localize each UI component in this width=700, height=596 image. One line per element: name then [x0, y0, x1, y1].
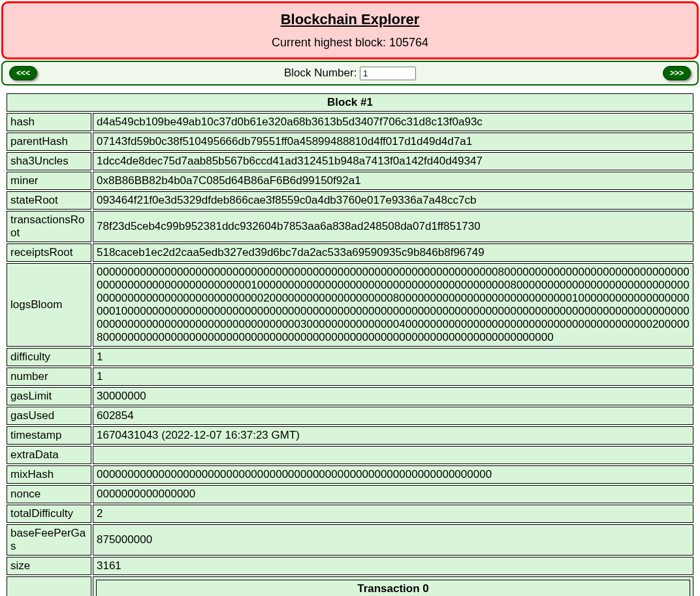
block-field-key: extraData — [7, 446, 91, 464]
block-field-value: 875000000 — [93, 524, 693, 556]
block-field-key: hash — [7, 113, 91, 131]
transactions-cell: Transaction 0This transaction creates a … — [93, 576, 693, 596]
block-field-key: parentHash — [7, 133, 91, 151]
block-field-value: d4a549cb109be49ab10c37d0b61e320a68b3613b… — [93, 113, 693, 131]
block-field-value: 0000000000000000000000000000000000000000… — [93, 465, 693, 484]
block-field-key: gasLimit — [7, 387, 91, 405]
table-row: miner0x8B86BB82b4b0a7C085d64B86aF6B6d991… — [7, 172, 693, 190]
block-field-key: transactionsRoot — [7, 211, 91, 242]
table-row: size3161 — [7, 557, 693, 575]
block-field-value — [93, 446, 693, 464]
transaction-table: Transaction 0This transaction creates a … — [95, 578, 692, 596]
block-field-value: 518caceb1ec2d2caa5edb327ed39d6bc7da2ac53… — [93, 243, 693, 262]
table-row: gasLimit30000000 — [7, 387, 693, 405]
table-row: logsBloom0000000000000000000000000000000… — [7, 263, 693, 347]
table-row: mixHash000000000000000000000000000000000… — [7, 465, 693, 484]
nav-bar: <<< Block Number: >>> — [1, 61, 699, 86]
block-field-value: 1670431043 (2022-12-07 16:37:23 GMT) — [93, 426, 693, 445]
table-row: transactionsRoot78f23d5ceb4c99b952381ddc… — [7, 211, 693, 242]
block-field-key: size — [7, 557, 91, 575]
block-field-value: 2 — [93, 505, 693, 523]
block-field-key: mixHash — [7, 465, 91, 484]
block-field-value: 1dcc4de8dec75d7aab85b567b6ccd41ad312451b… — [93, 152, 693, 170]
block-field-value: 1 — [93, 348, 693, 366]
block-field-value: 07143fd59b0c38f510495666db79551ff0a45899… — [93, 133, 693, 151]
block-field-key: miner — [7, 172, 91, 190]
block-field-value: 78f23d5ceb4c99b952381ddc932604b7853aa6a8… — [93, 211, 693, 242]
content-area: Block #1 hashd4a549cb109be49ab10c37d0b61… — [0, 87, 700, 596]
block-field-key: baseFeePerGas — [7, 524, 91, 556]
table-row: hashd4a549cb109be49ab10c37d0b61e320a68b3… — [7, 113, 693, 131]
block-field-value: 602854 — [93, 407, 693, 425]
block-field-value: 0000000000000000 — [93, 485, 693, 503]
block-field-key: sha3Uncles — [7, 152, 91, 170]
block-number-label: Block Number: — [284, 67, 360, 79]
block-field-key: gasUsed — [7, 407, 91, 425]
prev-block-button[interactable]: <<< — [9, 66, 37, 80]
table-row: nonce0000000000000000 — [7, 485, 693, 503]
block-field-value: 0000000000000000000000000000000000000000… — [93, 263, 693, 347]
block-table: Block #1 hashd4a549cb109be49ab10c37d0b61… — [5, 92, 695, 596]
table-row: stateRoot093464f21f0e3d5329dfdeb866cae3f… — [7, 191, 693, 210]
transaction-heading: Transaction 0 — [96, 580, 690, 596]
table-row: difficulty1 — [7, 348, 693, 366]
block-field-key: difficulty — [7, 348, 91, 366]
header-box: Blockchain Explorer Current highest bloc… — [1, 1, 699, 59]
table-row: Transaction 0This transaction creates a … — [7, 576, 693, 596]
block-field-value: 093464f21f0e3d5329dfdeb866cae3f8559c0a4d… — [93, 191, 693, 210]
block-field-key: number — [7, 368, 91, 386]
block-field-value: 1 — [93, 368, 693, 386]
block-field-key: stateRoot — [7, 191, 91, 210]
block-field-value: 0x8B86BB82b4b0a7C085d64B86aF6B6d99150f92… — [93, 172, 693, 190]
block-number-group: Block Number: — [284, 67, 416, 80]
table-row: extraData — [7, 446, 693, 464]
block-field-key: logsBloom — [7, 263, 91, 347]
next-block-button[interactable]: >>> — [663, 66, 691, 80]
table-row: receiptsRoot518caceb1ec2d2caa5edb327ed39… — [7, 243, 693, 262]
table-row: gasUsed602854 — [7, 407, 693, 425]
table-row: parentHash07143fd59b0c38f510495666db7955… — [7, 133, 693, 151]
highest-block-label: Current highest block: 105764 — [3, 36, 697, 50]
block-field-key: timestamp — [7, 426, 91, 445]
table-row: number1 — [7, 368, 693, 386]
block-field-key: nonce — [7, 485, 91, 503]
block-field-key: totalDifficulty — [7, 505, 91, 523]
block-field-value: 3161 — [93, 557, 693, 575]
block-field-key: receiptsRoot — [7, 243, 91, 262]
block-number-input[interactable] — [360, 67, 416, 80]
table-row: baseFeePerGas875000000 — [7, 524, 693, 556]
block-field-key — [7, 576, 91, 596]
page-title: Blockchain Explorer — [3, 11, 697, 28]
table-row: timestamp1670431043 (2022-12-07 16:37:23… — [7, 426, 693, 445]
table-row: sha3Uncles1dcc4de8dec75d7aab85b567b6ccd4… — [7, 152, 693, 170]
table-row: totalDifficulty2 — [7, 505, 693, 523]
block-field-value: 30000000 — [93, 387, 693, 405]
block-heading: Block #1 — [7, 93, 693, 112]
